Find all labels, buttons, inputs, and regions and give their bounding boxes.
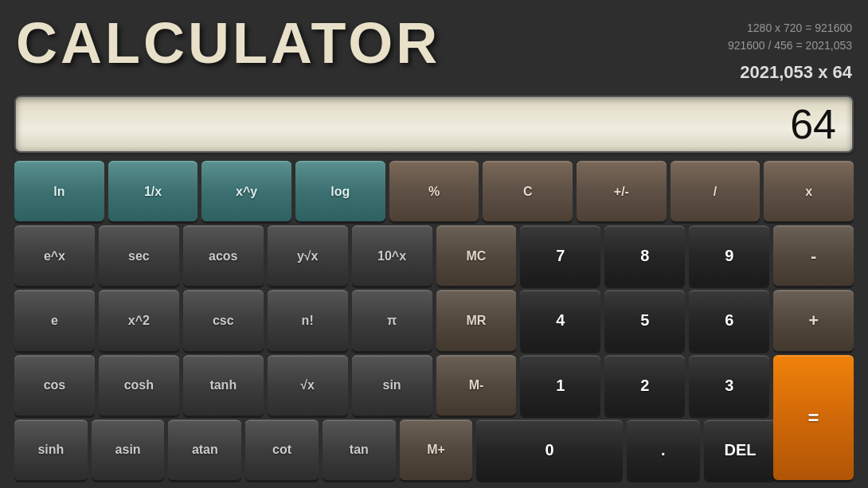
- mc-button[interactable]: MC: [436, 225, 517, 286]
- seven-button[interactable]: 7: [520, 225, 600, 286]
- mr-button[interactable]: MR: [436, 290, 517, 350]
- four-button[interactable]: 4: [520, 290, 600, 350]
- zero-button[interactable]: 0: [476, 420, 622, 480]
- equals-button[interactable]: =: [773, 355, 854, 480]
- divide-button[interactable]: /: [671, 161, 760, 221]
- inverse-button[interactable]: 1/x: [108, 161, 198, 221]
- button-row-3: e x^2 csc n! π MR 4 5 6 +: [14, 290, 854, 350]
- app-title: CALCULATOR: [16, 14, 440, 72]
- xpowy-button[interactable]: x^y: [201, 161, 291, 221]
- xsquared-button[interactable]: x^2: [99, 290, 179, 350]
- clear-button[interactable]: C: [483, 161, 573, 221]
- factorial-button[interactable]: n!: [268, 290, 348, 350]
- buttons-area: ln 1/x x^y log % C +/- / x e^x sec acos …: [0, 161, 868, 488]
- plusminus-button[interactable]: +/-: [577, 161, 667, 221]
- sinh-button[interactable]: sinh: [14, 420, 88, 480]
- display: 64: [14, 96, 854, 153]
- tanh-button[interactable]: tanh: [183, 355, 264, 416]
- button-row-1: ln 1/x x^y log % C +/- / x: [14, 161, 854, 221]
- del-button[interactable]: DEL: [704, 420, 777, 480]
- pi-button[interactable]: π: [352, 290, 432, 350]
- atan-button[interactable]: atan: [168, 420, 241, 480]
- one-button[interactable]: 1: [520, 355, 600, 416]
- sec-button[interactable]: sec: [99, 225, 179, 286]
- button-row-2: e^x sec acos y√x 10^x MC 7 8 9 -: [14, 225, 854, 286]
- tan-button[interactable]: tan: [323, 420, 396, 480]
- ex-button[interactable]: e^x: [14, 225, 95, 286]
- asin-button[interactable]: asin: [92, 420, 165, 480]
- cos-button[interactable]: cos: [14, 355, 95, 416]
- acos-button[interactable]: acos: [183, 225, 264, 286]
- eight-button[interactable]: 8: [604, 225, 685, 286]
- csc-button[interactable]: csc: [183, 290, 264, 350]
- tenpowx-button[interactable]: 10^x: [352, 225, 432, 286]
- decimal-button[interactable]: .: [627, 420, 700, 480]
- cosh-button[interactable]: cosh: [99, 355, 179, 416]
- percent-button[interactable]: %: [389, 161, 479, 221]
- nine-button[interactable]: 9: [689, 225, 769, 286]
- sin-button[interactable]: sin: [352, 355, 432, 416]
- display-value: 64: [790, 100, 836, 148]
- mplus-button[interactable]: M+: [400, 420, 473, 480]
- minus-button[interactable]: -: [773, 225, 854, 286]
- history-area: 1280 x 720 = 921600 921600 / 456 = 2021,…: [728, 14, 852, 86]
- history-line1: 1280 x 720 = 921600: [728, 19, 852, 37]
- three-button[interactable]: 3: [689, 355, 769, 416]
- multiply-button[interactable]: x: [764, 161, 854, 221]
- log-button[interactable]: log: [295, 161, 385, 221]
- two-button[interactable]: 2: [604, 355, 685, 416]
- sqrt-button[interactable]: √x: [268, 355, 348, 416]
- cot-button[interactable]: cot: [245, 420, 319, 480]
- mminus-button[interactable]: M-: [436, 355, 517, 416]
- history-line2: 921600 / 456 = 2021,053: [728, 37, 852, 54]
- five-button[interactable]: 5: [604, 290, 685, 350]
- history-current: 2021,053 x 64: [728, 58, 852, 86]
- e-button[interactable]: e: [14, 290, 95, 350]
- six-button[interactable]: 6: [689, 290, 769, 350]
- ln-button[interactable]: ln: [14, 161, 104, 221]
- plus-button[interactable]: +: [773, 290, 854, 350]
- yroot-button[interactable]: y√x: [268, 225, 348, 286]
